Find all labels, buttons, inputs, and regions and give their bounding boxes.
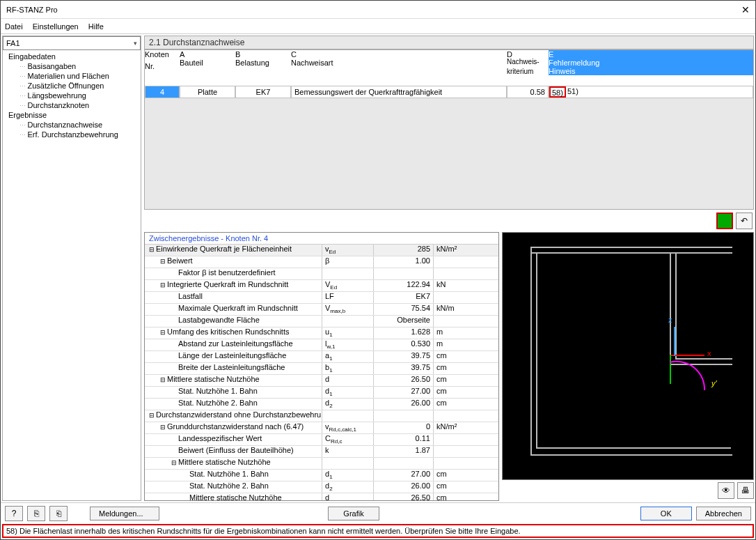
grid-row[interactable]: 4 Platte EK7 Bemessungswert der Querkraf… bbox=[145, 86, 753, 98]
menu-settings[interactable]: Einstellungen bbox=[33, 22, 79, 31]
details-row[interactable]: Beiwert (Einfluss der Bauteilhöhe)k1.87 bbox=[145, 446, 498, 458]
grid-hdr-nachweisart: Nachweisart bbox=[291, 59, 507, 67]
app-window: RF-STANZ Pro ✕ Datei Einstellungen Hilfe… bbox=[0, 0, 756, 540]
details-row[interactable]: LastfallLFEK7 bbox=[145, 292, 498, 304]
grid-toolbar: ↶ bbox=[144, 210, 754, 232]
details-row[interactable]: Länge der Lasteinleitungsflächea139.75cm bbox=[145, 351, 498, 363]
menu-file[interactable]: Datei bbox=[5, 22, 23, 31]
cell-nachweisart[interactable]: Bemessungswert der Querkrafttragfähigkei… bbox=[291, 86, 507, 98]
tree-group-results[interactable]: Ergebnisse bbox=[6, 110, 138, 120]
hint-58: 58) bbox=[549, 86, 566, 98]
results-grid[interactable]: Knoten Nr. A B C D E Bauteil bbox=[144, 49, 754, 210]
details-row[interactable]: Stat. Nutzhöhe 1. Bahnd127.00cm bbox=[145, 470, 498, 481]
messages-button[interactable]: Meldungen... bbox=[90, 507, 159, 520]
window-title: RF-STANZ Pro bbox=[6, 6, 741, 14]
grid-col-a[interactable]: A bbox=[180, 50, 235, 59]
tree-item[interactable]: Durchstanzknoten bbox=[6, 100, 138, 110]
chevron-down-icon: ▾ bbox=[134, 40, 137, 47]
grid-hdr-belastung: Belastung bbox=[235, 59, 291, 67]
details-row[interactable]: Breite der Lasteinleitungsflächeb139.75c… bbox=[145, 363, 498, 375]
case-combo[interactable]: FA1 ▾ bbox=[3, 36, 141, 50]
details-row[interactable]: ⊟Mittlere statische Nutzhöhed26.50cm bbox=[145, 375, 498, 387]
cancel-button[interactable]: Abbrechen bbox=[696, 507, 751, 520]
tree-item[interactable]: Längsbewehrung bbox=[6, 91, 138, 100]
tree-item[interactable]: Materialien und Flächen bbox=[6, 71, 138, 81]
grid-hdr-hinweis: Fehlermeldung bbox=[549, 59, 753, 67]
details-row[interactable]: Maximale Querkraft im RundschnittVmax,b7… bbox=[145, 304, 498, 316]
grid-col-b[interactable]: B bbox=[235, 50, 291, 59]
mid-row: Zwischenergebnisse - Knoten Nr. 4 ⊟Einwi… bbox=[144, 232, 754, 501]
graphic-button[interactable]: Grafik bbox=[328, 507, 379, 520]
details-row[interactable]: Mittlere statische Nutzhöhed26.50cm bbox=[145, 493, 498, 500]
tree-item[interactable]: Durchstanznachweise bbox=[6, 120, 138, 130]
cell-kriterium[interactable]: 0.58 bbox=[507, 86, 549, 98]
details-row[interactable]: Stat. Nutzhöhe 2. Bahnd226.00cm bbox=[145, 481, 498, 493]
details-panel: Zwischenergebnisse - Knoten Nr. 4 ⊟Einwi… bbox=[144, 232, 499, 501]
tree-item[interactable]: Basisangaben bbox=[6, 61, 138, 71]
axis-z-label: z bbox=[668, 316, 672, 324]
details-row[interactable]: ⊟Grunddurchstanzwiderstand nach (6.47)vR… bbox=[145, 422, 498, 434]
details-title: Zwischenergebnisse - Knoten Nr. 4 bbox=[145, 233, 498, 245]
export-icon[interactable]: ⎘ bbox=[27, 506, 45, 521]
status-bar: 58) Die Flächenlast innerhalb des kritis… bbox=[2, 524, 754, 538]
help-icon[interactable]: ? bbox=[5, 506, 23, 521]
axis-y-label: y' bbox=[711, 379, 717, 387]
cell-belastung[interactable]: EK7 bbox=[235, 86, 291, 98]
details-row[interactable]: ⊟Mittlere statische Nutzhöhe bbox=[145, 458, 498, 470]
grid-col-c[interactable]: C bbox=[291, 50, 507, 59]
tree-item[interactable]: Erf. Durchstanzbewehrung bbox=[6, 130, 138, 139]
main-panel: 2.1 Durchstanznachweise Knoten Nr. A B C… bbox=[144, 36, 754, 501]
content-area: FA1 ▾ Eingabedaten BasisangabenMateriali… bbox=[1, 34, 755, 502]
grid-rowhead-top: Knoten bbox=[145, 50, 180, 62]
details-row[interactable]: Lastabgewandte FlächeOberseite bbox=[145, 316, 498, 327]
details-grid[interactable]: ⊟Einwirkende Querkraft je Flächeneinheit… bbox=[145, 245, 498, 500]
print-icon[interactable]: 🖶 bbox=[737, 482, 754, 499]
grid-hdr-bauteil: Bauteil bbox=[180, 59, 235, 67]
case-combo-value: FA1 bbox=[6, 39, 20, 47]
menu-help[interactable]: Hilfe bbox=[88, 22, 104, 31]
nav-tree[interactable]: Eingabedaten BasisangabenMaterialien und… bbox=[3, 50, 141, 500]
details-row[interactable]: ⊟Umfang des kritischen Rundschnittsu11.6… bbox=[145, 327, 498, 339]
grid-rowhead-bot: Nr. bbox=[145, 62, 180, 74]
menu-bar: Datei Einstellungen Hilfe bbox=[1, 19, 755, 34]
tree-item[interactable]: Zusätzliche Öffnungen bbox=[6, 81, 138, 91]
details-row[interactable]: Landesspezifischer WertCRd,c0.11 bbox=[145, 434, 498, 446]
footer: ? ⎘ ⎗ Meldungen... Grafik OK Abbrechen bbox=[1, 502, 755, 524]
title-bar: RF-STANZ Pro ✕ bbox=[1, 1, 755, 19]
details-row[interactable]: Stat. Nutzhöhe 2. Bahnd226.00cm bbox=[145, 399, 498, 410]
cell-nr[interactable]: 4 bbox=[145, 86, 180, 98]
pointer-button[interactable]: ↶ bbox=[736, 213, 753, 229]
hint-51: 51) bbox=[566, 86, 580, 98]
grid-hdr-kriterium: Nachweis- bbox=[507, 59, 549, 67]
viewer-canvas[interactable]: x z y' bbox=[502, 232, 754, 480]
details-row[interactable]: Faktor β ist benutzerdefiniert bbox=[145, 268, 498, 280]
section-title: 2.1 Durchstanznachweise bbox=[144, 36, 754, 49]
ok-button[interactable]: OK bbox=[640, 507, 692, 520]
report-icon[interactable]: ⎗ bbox=[49, 506, 68, 521]
grid-empty bbox=[145, 98, 753, 209]
viewer-panel: x z y' 👁 🖶 bbox=[502, 232, 754, 501]
details-row[interactable]: ⊟Integrierte Querkraft im RundschnittVEd… bbox=[145, 280, 498, 292]
details-row[interactable]: ⊟Durchstanzwiderstand ohne Durchstanzbew… bbox=[145, 410, 498, 422]
close-icon[interactable]: ✕ bbox=[741, 4, 750, 15]
viewer-toolbar: 👁 🖶 bbox=[502, 480, 754, 501]
cell-hinweis[interactable]: 58) 51) bbox=[549, 86, 753, 98]
flag-button[interactable] bbox=[716, 213, 733, 229]
details-row[interactable]: ⊟Einwirkende Querkraft je Flächeneinheit… bbox=[145, 245, 498, 256]
eye-icon[interactable]: 👁 bbox=[718, 482, 734, 499]
nav-panel: FA1 ▾ Eingabedaten BasisangabenMateriali… bbox=[2, 36, 141, 501]
grid-col-e[interactable]: E bbox=[549, 50, 753, 59]
details-row[interactable]: Stat. Nutzhöhe 1. Bahnd127.00cm bbox=[145, 387, 498, 399]
cell-bauteil[interactable]: Platte bbox=[180, 86, 235, 98]
tree-group-input[interactable]: Eingabedaten bbox=[6, 52, 138, 61]
details-row[interactable]: ⊟Beiwertβ1.00 bbox=[145, 256, 498, 268]
details-row[interactable]: Abstand zur Lasteinleitungsflächelw,10.5… bbox=[145, 339, 498, 351]
